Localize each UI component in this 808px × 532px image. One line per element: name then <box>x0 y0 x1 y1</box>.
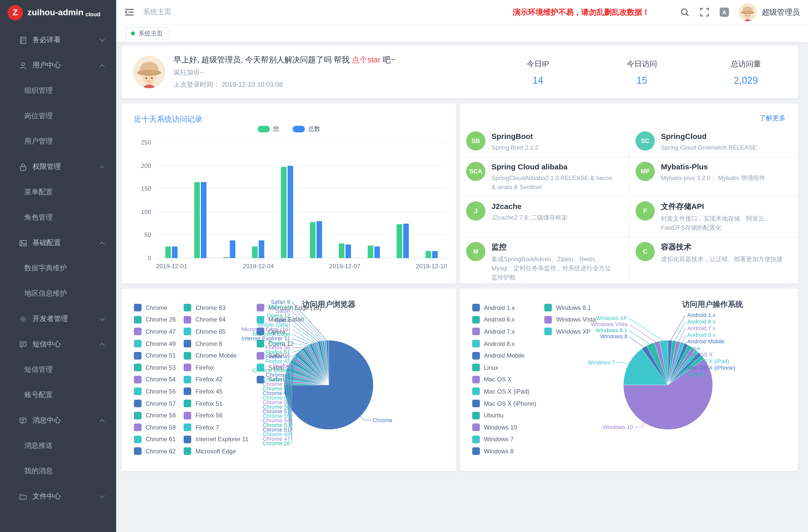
pie-slice-Android 7.x[interactable] <box>668 341 680 385</box>
bar-总数-2019-12-05[interactable] <box>288 166 293 258</box>
logo[interactable]: Z zuihou-admin cloud <box>0 0 116 25</box>
legend-item-Android 8.x[interactable]: Android 8.x <box>472 338 536 350</box>
pie-slice-Mac OS X[interactable] <box>668 347 695 385</box>
bar-您-2019-12-05[interactable] <box>281 167 287 258</box>
bar-您-2019-12-06[interactable] <box>310 222 315 258</box>
legend-item-Windows 8[interactable]: Windows 8 <box>472 445 536 457</box>
pie-slice-Windows 8.1[interactable] <box>646 343 668 385</box>
legend-item-Mac OS X[interactable]: Mac OS X <box>472 373 536 385</box>
legend-item-Chrome 47[interactable]: Chrome 47 <box>134 326 176 337</box>
legend-item-Chrome 58[interactable]: Chrome 58 <box>134 409 176 421</box>
tech-item-4[interactable]: MPMybatis-PlusMybatis-plus 3.2.0： Mybati… <box>629 157 798 197</box>
legend-item-Android 1.x[interactable]: Android 1.x <box>472 302 536 314</box>
pie-slice-Android 6.x[interactable] <box>668 341 676 385</box>
bar-总数-2019-12-02[interactable] <box>201 182 207 258</box>
legend-item-Firefox 56[interactable]: Firefox 56 <box>184 409 249 421</box>
learn-more-link[interactable]: 了解更多 <box>759 114 786 123</box>
pie-slice-Linux[interactable] <box>668 345 692 385</box>
legend-item-Internet Explorer 11[interactable]: Internet Explorer 11 <box>184 433 249 445</box>
tech-item-8[interactable]: C容器技术虚拟化容器技术，让迁移、部署更加方便快捷 <box>629 237 798 283</box>
pie-slice-Android Mobile[interactable] <box>668 343 688 385</box>
sidebar-item-sms-management[interactable]: 短信管理 <box>0 357 116 382</box>
sidebar-item-my-messages[interactable]: 我的消息 <box>0 458 116 484</box>
sidebar-item-post-management[interactable]: 岗位管理 <box>0 104 116 129</box>
sidebar-item-file-center[interactable]: 文件中心 <box>0 484 116 509</box>
tech-item-7[interactable]: M监控集成SpringBootAdmin、Zipkin、Redis、Mysql、… <box>460 237 629 283</box>
sidebar-item-data-dict[interactable]: 数据字典维护 <box>0 256 116 281</box>
sidebar-item-developer[interactable]: 开发者管理 <box>0 306 116 332</box>
legend-item-您[interactable]: 您 <box>257 125 279 133</box>
legend-item-Opera 12[interactable]: Opera 12 <box>257 338 321 350</box>
pie-slice-Safari 11[interactable] <box>324 340 329 385</box>
user-avatar[interactable] <box>738 3 757 21</box>
tech-item-3[interactable]: SCASpring Cloud alibabaSpringCloudAlibab… <box>460 157 629 197</box>
legend-item-Firefox 42[interactable]: Firefox 42 <box>184 373 249 385</box>
legend-item-Android Mobile[interactable]: Android Mobile <box>472 350 536 362</box>
pie-slice-Windows 8[interactable] <box>642 346 668 385</box>
collapse-sidebar-icon[interactable] <box>124 7 134 17</box>
bar-总数-2019-12-07[interactable] <box>345 244 351 258</box>
tech-item-1[interactable]: SBSpringBootSpring Boot 2.1.2 <box>460 127 629 157</box>
legend-item-Chrome 64[interactable]: Chrome 64 <box>184 314 249 326</box>
bar-总数-2019-12-01[interactable] <box>172 246 178 258</box>
legend-item-Chrome 51[interactable]: Chrome 51 <box>134 350 176 362</box>
bar-总数-2019-12-09[interactable] <box>403 223 408 258</box>
bar-您-2019-12-01[interactable] <box>166 246 171 258</box>
sidebar-item-menu-config[interactable]: 菜单配置 <box>0 180 116 205</box>
legend-item-Windows 7[interactable]: Windows 7 <box>472 433 536 445</box>
pie-slice-Safari[interactable] <box>322 341 329 385</box>
stat-value[interactable]: 14 <box>486 75 590 86</box>
bar-总数-2019-12-10[interactable] <box>432 251 438 258</box>
legend-item-Safari 9[interactable]: Safari 9 <box>257 373 321 385</box>
tech-item-2[interactable]: SCSpringCloudSpring Cloud Greenwich.RELE… <box>629 127 798 157</box>
star-link[interactable]: 点个star <box>352 55 381 64</box>
legend-item-Chrome 8[interactable]: Chrome 8 <box>184 338 249 350</box>
bar-总数-2019-12-04[interactable] <box>259 241 264 258</box>
pie-slice-Windows 7[interactable] <box>623 349 668 385</box>
legend-item-Windows Vista[interactable]: Windows Vista <box>545 314 596 326</box>
breadcrumb[interactable]: 系统主页 <box>143 7 171 17</box>
legend-item-Windows 10[interactable]: Windows 10 <box>472 421 536 433</box>
pie-slice-Windows Vista[interactable] <box>654 341 668 385</box>
legend-item-Ubuntu[interactable]: Ubuntu <box>472 409 536 421</box>
sidebar-item-user-management[interactable]: 用户管理 <box>0 129 116 154</box>
legend-item-Android 7.x[interactable]: Android 7.x <box>472 326 536 337</box>
legend-item-Firefox 7[interactable]: Firefox 7 <box>184 421 249 433</box>
pie-slice-Windows 10[interactable] <box>623 359 713 429</box>
legend-item-Safari 11[interactable]: Safari 11 <box>257 362 321 373</box>
legend-item-总数[interactable]: 总数 <box>292 125 320 133</box>
sidebar-item-permission[interactable]: 权限管理 <box>0 154 116 180</box>
bar-您-2019-12-03[interactable] <box>223 257 229 258</box>
legend-item-Opera[interactable]: Opera <box>257 326 321 337</box>
legend-item-Microsoft Edge[interactable]: Microsoft Edge <box>184 445 249 457</box>
sidebar-item-message-center[interactable]: 消息中心 <box>0 408 116 433</box>
sidebar-item-role-management[interactable]: 角色管理 <box>0 205 116 230</box>
bar-您-2019-12-02[interactable] <box>195 182 200 258</box>
tech-item-5[interactable]: JJ2cacheJ2cache2.7.8: 二级缓存框架 <box>460 197 629 237</box>
tab-system-home[interactable]: 系统主页 <box>125 27 168 40</box>
pie-slice-Windows XP[interactable] <box>660 340 668 385</box>
legend-item-Firefox 51[interactable]: Firefox 51 <box>184 398 249 409</box>
legend-item-Firefox[interactable]: Firefox <box>184 362 249 373</box>
legend-item-Chrome 55[interactable]: Chrome 55 <box>134 385 176 397</box>
bar-您-2019-12-04[interactable] <box>252 246 258 258</box>
legend-item-Chrome 26[interactable]: Chrome 26 <box>134 314 176 326</box>
legend-item-Mac OS X (iPad)[interactable]: Mac OS X (iPad) <box>472 385 536 397</box>
pie-slice-Mac OS X (iPad)[interactable] <box>668 350 698 385</box>
pie-slice-Ubuntu[interactable] <box>668 355 704 385</box>
sidebar-item-user-center[interactable]: 用户中心 <box>0 53 116 78</box>
pie-slice-Safari 9[interactable] <box>326 340 329 385</box>
sidebar-item-must-read[interactable]: 务必详看 <box>0 27 116 53</box>
bar-您-2019-12-07[interactable] <box>339 243 344 258</box>
username[interactable]: 超级管理员 <box>762 7 800 17</box>
legend-item-Windows XP[interactable]: Windows XP <box>545 326 596 337</box>
legend-item-Chrome 49[interactable]: Chrome 49 <box>134 338 176 350</box>
legend-item-Chrome 57[interactable]: Chrome 57 <box>134 398 176 409</box>
sidebar-item-message-push[interactable]: 消息推送 <box>0 433 116 458</box>
sidebar-item-base-config[interactable]: 基础配置 <box>0 230 116 256</box>
pie-slice-Android 8.x[interactable] <box>668 342 684 385</box>
legend-item-Chrome 65[interactable]: Chrome 65 <box>184 326 249 337</box>
pie-slice-Android 1.x[interactable] <box>668 340 672 385</box>
legend-item-Chrome 62[interactable]: Chrome 62 <box>134 445 176 457</box>
stat-value[interactable]: 2,029 <box>694 75 798 86</box>
